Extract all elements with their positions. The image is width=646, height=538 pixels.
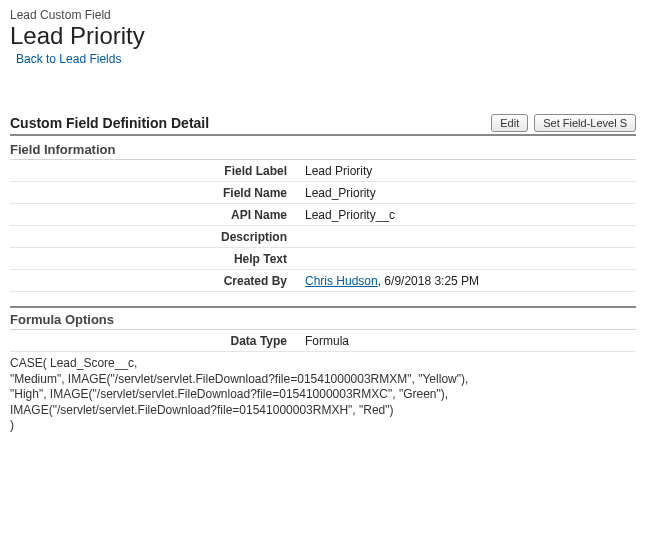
row-api-name: API Name Lead_Priority__c [10, 204, 636, 226]
value-description [305, 235, 636, 239]
value-created-by: Chris Hudson, 6/9/2018 3:25 PM [305, 272, 636, 290]
detail-header-row: Custom Field Definition Detail Edit Set … [10, 114, 636, 136]
label-description: Description [10, 230, 305, 244]
value-api-name: Lead_Priority__c [305, 206, 636, 224]
created-by-user-link[interactable]: Chris Hudson [305, 274, 378, 288]
breadcrumb: Lead Custom Field [10, 8, 636, 22]
value-field-name: Lead_Priority [305, 184, 636, 202]
formula-text: CASE( Lead_Score__c, "Medium", IMAGE("/s… [10, 356, 636, 434]
label-field-label: Field Label [10, 164, 305, 178]
detail-button-row: Edit Set Field-Level S [491, 114, 636, 132]
formula-options-title: Formula Options [10, 306, 636, 330]
back-to-lead-fields-link[interactable]: Back to Lead Fields [16, 52, 121, 66]
row-field-name: Field Name Lead_Priority [10, 182, 636, 204]
detail-header-title: Custom Field Definition Detail [10, 115, 209, 131]
edit-button[interactable]: Edit [491, 114, 528, 132]
set-field-level-security-button[interactable]: Set Field-Level S [534, 114, 636, 132]
label-created-by: Created By [10, 274, 305, 288]
label-help-text: Help Text [10, 252, 305, 266]
row-field-label: Field Label Lead Priority [10, 160, 636, 182]
row-created-by: Created By Chris Hudson, 6/9/2018 3:25 P… [10, 270, 636, 292]
page-title: Lead Priority [10, 22, 636, 50]
label-field-name: Field Name [10, 186, 305, 200]
value-help-text [305, 257, 636, 261]
created-by-date: , 6/9/2018 3:25 PM [378, 274, 479, 288]
row-data-type: Data Type Formula [10, 330, 636, 352]
field-information-title: Field Information [10, 138, 636, 160]
value-data-type: Formula [305, 332, 636, 350]
row-help-text: Help Text [10, 248, 636, 270]
label-data-type: Data Type [10, 334, 305, 348]
label-api-name: API Name [10, 208, 305, 222]
row-description: Description [10, 226, 636, 248]
value-field-label: Lead Priority [305, 162, 636, 180]
